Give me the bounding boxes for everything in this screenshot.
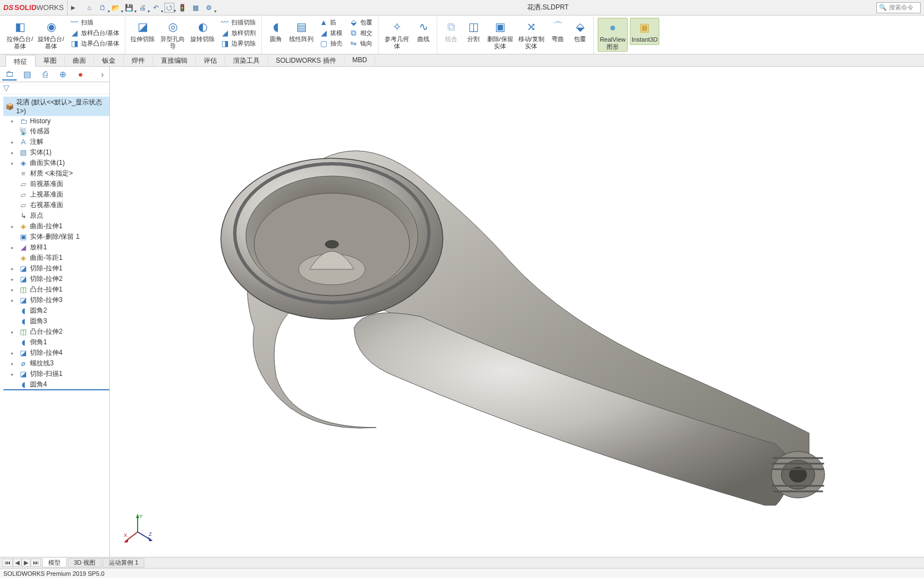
expand-icon[interactable]: ▸	[11, 266, 17, 272]
expand-icon[interactable]: ▸	[11, 298, 17, 303]
tree-node[interactable]: ▸◪切除-拉伸4	[3, 348, 109, 358]
expand-icon[interactable]: ▸	[11, 361, 17, 366]
bend-button[interactable]: ⌒弯曲	[548, 18, 568, 44]
shell-button[interactable]: ▢抽壳	[317, 39, 345, 49]
menu-expand-icon[interactable]: ▶	[68, 4, 79, 11]
expand-icon[interactable]: ▸	[11, 277, 17, 282]
refgeom-button[interactable]: ✧参考几何体	[382, 18, 411, 51]
mirror-button[interactable]: ⇋镜向	[347, 39, 375, 49]
undo-icon[interactable]: ↶	[151, 3, 161, 13]
tree-node[interactable]: ▸◫凸台-拉伸1	[3, 284, 109, 295]
tab-sketch[interactable]: 草图	[36, 54, 65, 66]
expand-icon[interactable]: ▸	[11, 350, 17, 356]
tab-sheetmetal[interactable]: 钣金	[94, 54, 124, 66]
realview-button[interactable]: ●RealView 图形	[598, 18, 628, 52]
loft-button[interactable]: ◢放样凸台/基体	[68, 28, 122, 38]
loft-cut-button[interactable]: ◢放样切割	[218, 28, 258, 38]
expand-icon[interactable]: ▸	[11, 118, 17, 124]
draft-button[interactable]: ◢拔模	[317, 28, 345, 38]
tab-mbd[interactable]: MBD	[345, 54, 376, 66]
tab-features[interactable]: 特征	[6, 55, 36, 67]
tab-first-icon[interactable]: ⏮	[2, 559, 13, 567]
tree-node[interactable]: ▸◈曲面实体(1)	[3, 158, 109, 168]
tree-node[interactable]: ▸▧实体(1)	[3, 147, 109, 158]
display-manager-tab[interactable]: ●	[73, 68, 88, 81]
intersect-button[interactable]: ⧉相交	[347, 28, 375, 38]
linear-pattern-button[interactable]: ▤线性阵列	[288, 18, 315, 44]
tree-node[interactable]: ◖圆角4	[3, 379, 109, 390]
boss-extrude-button[interactable]: ◧拉伸凸台/基体	[6, 18, 34, 51]
property-manager-tab[interactable]: ▤	[20, 68, 34, 81]
tab-motion[interactable]: 运动算例 1	[103, 558, 144, 567]
tree-node[interactable]: 📡传感器	[3, 126, 109, 137]
tree-node[interactable]: ≡材质 <未指定>	[3, 168, 109, 179]
tree-node[interactable]: ▣实体-删除/保留 1	[3, 232, 109, 242]
search-commands-input[interactable]: 🔍 搜索命令	[876, 2, 921, 13]
dimxpert-tab[interactable]: ⊕	[55, 68, 70, 81]
combine-button[interactable]: ⧉组合	[441, 18, 461, 44]
tab-evaluate[interactable]: 评估	[196, 54, 225, 66]
expand-icon[interactable]: ▸	[11, 245, 17, 250]
config-manager-tab[interactable]: ⎙	[38, 68, 52, 81]
select-icon[interactable]: ⭯	[164, 3, 174, 13]
boss-revolve-button[interactable]: ◉旋转凸台/基体	[37, 18, 65, 51]
tree-node[interactable]: ▱上视基准面	[3, 189, 109, 200]
new-icon[interactable]: 🗋	[98, 3, 108, 13]
delete-keep-button[interactable]: ▣删除/保留实体	[486, 18, 514, 51]
cut-revolve-button[interactable]: ◐旋转切除	[189, 18, 216, 44]
wrap-button[interactable]: ⬙包覆	[347, 18, 375, 28]
tree-node[interactable]: ▸⌀螺纹线3	[3, 358, 109, 369]
tree-node[interactable]: ▸◢放样1	[3, 242, 109, 253]
instant3d-button[interactable]: ▣Instant3D	[630, 18, 659, 45]
tab-next-icon[interactable]: ▶	[22, 559, 31, 567]
tab-addins[interactable]: SOLIDWORKS 插件	[268, 54, 345, 66]
tree-node[interactable]: ▸◪切除-拉伸3	[3, 295, 109, 305]
tree-node[interactable]: ▸◫凸台-拉伸2	[3, 326, 109, 337]
tree-node[interactable]: ▸◪切除-拉伸2	[3, 274, 109, 284]
home-icon[interactable]: ⌂	[84, 3, 94, 13]
save-icon[interactable]: 💾	[124, 3, 134, 13]
tree-node[interactable]: ▸◪切除-扫描1	[3, 369, 109, 379]
tab-last-icon[interactable]: ⏭	[31, 559, 41, 567]
expand-icon[interactable]: ▸	[11, 160, 17, 166]
expand-icon[interactable]: ▸	[11, 224, 17, 229]
tree-node[interactable]: ▱前视基准面	[3, 179, 109, 189]
options-icon[interactable]: ⚙	[204, 3, 214, 13]
rebuild-icon[interactable]: ▦	[191, 3, 201, 13]
fm-tree-tab[interactable]: 🗀	[2, 68, 17, 81]
cut-extrude-button[interactable]: ◪拉伸切除	[129, 18, 156, 44]
expand-icon[interactable]: ▸	[11, 139, 17, 145]
move-copy-button[interactable]: ⤨移动/复制实体	[517, 18, 546, 51]
expand-icon[interactable]: ▸	[11, 287, 17, 293]
expand-icon[interactable]: ▸	[11, 371, 17, 377]
sweep-cut-button[interactable]: 〰扫描切除	[218, 18, 258, 28]
tab-surfaces[interactable]: 曲面	[65, 54, 94, 66]
tree-filter[interactable]: ▽	[0, 82, 109, 94]
split-button[interactable]: ◫分割	[463, 18, 483, 44]
tab-weldments[interactable]: 焊件	[124, 54, 153, 66]
graphics-viewport[interactable]: Y Z X	[110, 67, 924, 557]
boundary-button[interactable]: ◨边界凸台/基体	[68, 39, 122, 49]
tree-root[interactable]: 📦花洒 (默认<<默认>_显示状态 1>)	[3, 97, 109, 116]
expand-icon[interactable]: ▸	[11, 150, 17, 155]
boundary-cut-button[interactable]: ◨边界切除	[218, 39, 258, 49]
tree-node[interactable]: ↳原点	[3, 210, 109, 221]
tree-node[interactable]: ▸🗀History	[3, 116, 109, 126]
sweep-button[interactable]: 〰扫描	[68, 18, 122, 28]
tab-render[interactable]: 渲染工具	[225, 54, 268, 66]
tree-node[interactable]: ◖倒角1	[3, 337, 109, 348]
tree-node[interactable]: ▱右视基准面	[3, 200, 109, 210]
hole-wizard-button[interactable]: ◎异型孔向导	[158, 18, 187, 51]
tab-model[interactable]: 模型	[42, 558, 67, 567]
tab-direct-edit[interactable]: 直接编辑	[153, 54, 196, 66]
tab-prev-icon[interactable]: ◀	[13, 559, 22, 567]
tree-node[interactable]: ▸◪切除-拉伸1	[3, 263, 109, 274]
fillet-button[interactable]: ◖圆角	[266, 18, 286, 44]
wrap2-button[interactable]: ⬙包覆	[570, 18, 590, 44]
tree-node[interactable]: ▸A注解	[3, 137, 109, 147]
tree-node[interactable]: ◈曲面-等距1	[3, 253, 109, 263]
rib-button[interactable]: ▲筋	[317, 18, 345, 28]
tree-node[interactable]: ◖圆角2	[3, 305, 109, 316]
expand-icon[interactable]: ▸	[11, 329, 17, 335]
print-icon[interactable]: 🖨	[138, 3, 148, 13]
